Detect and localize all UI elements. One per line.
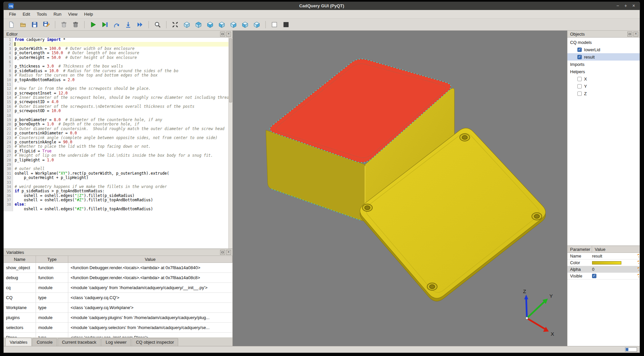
code-line[interactable]: 12# How far in from the edges the screwp… [4,87,228,91]
save-button[interactable] [30,20,40,29]
column-header[interactable]: Type [36,256,68,263]
tree-item-z[interactable]: Z [567,90,640,97]
variable-row-cq[interactable]: cqmodule<module 'cadquery' from '/home/a… [4,283,232,293]
continue-button[interactable] [135,20,145,29]
maximize-button[interactable]: + [622,2,630,10]
code-line[interactable]: 32 p_outerHeight + p_lipHeight) [4,176,228,180]
variables-float-button[interactable] [220,250,225,255]
code-line[interactable]: 8p_sideRadius = 10.0 # Radius for the cu… [4,69,228,73]
code-line[interactable]: 6 [4,60,228,64]
view-left-button[interactable] [240,20,250,29]
code-line[interactable]: 34# weird geometry happens if we make th… [4,185,228,189]
code-line[interactable]: 30# outer shell [4,167,228,171]
fit-all-button[interactable] [170,20,180,29]
z-checkbox[interactable] [577,91,582,96]
tree-item-y[interactable]: Y [567,83,640,90]
variable-row-Plane[interactable]: Planetype<class 'cadquery.occ_impl.geom.… [4,333,232,337]
code-line[interactable]: 37 oshell = oshell.edges("#Z").fillet(p_… [4,198,228,202]
tree-item-lowerlid[interactable]: lowerLid [567,46,640,53]
zoom-button[interactable] [153,20,162,29]
code-line[interactable]: 16# Outer Diameter of the screwposts.\nD… [4,104,228,109]
open-button[interactable] [18,20,28,29]
code-line[interactable]: 10p_topAndBottomRadius = 2.0 [4,78,228,82]
step-over-button[interactable] [112,20,122,29]
code-line[interactable]: 22p_countersinkDiameter = 0.0 [4,131,228,135]
code-line[interactable]: 24p_countersinkAngle = 90.0 [4,140,228,144]
view-back-button[interactable] [228,20,238,29]
parameter-row-alpha[interactable]: Alpha0 [567,266,640,273]
tree-item-imports[interactable]: Imports [567,61,640,68]
reset-parameter-icon[interactable] [634,274,640,278]
run-button[interactable] [88,20,98,29]
viewport-3d[interactable]: Z Y X [233,31,567,346]
reset-parameter-icon[interactable] [634,261,640,265]
column-header[interactable]: Name [4,256,36,263]
column-header[interactable]: Value [68,256,232,263]
clear-button[interactable] [59,20,69,29]
visible-checkbox[interactable] [592,274,596,278]
result-checkbox[interactable] [577,55,582,59]
code-line[interactable]: 23# Countersink angle (complete angle be… [4,136,228,140]
lowerlid-checkbox[interactable] [577,48,582,52]
code-line[interactable]: oshell = oshell.edges("#Z").fillet(p_top… [4,207,228,211]
code-line[interactable]: 17p_screwpostOD = 10.0 [4,109,228,113]
tab-console[interactable]: Console [32,338,57,347]
code-line[interactable]: 15p_screwpostID = 4.0 [4,100,228,104]
titlebar[interactable]: cq CadQuery GUI (PyQT) − + × [4,2,640,10]
new-file-button[interactable] [6,20,16,29]
code-line[interactable]: 38else: [4,202,228,207]
editor-scrollbar-handle[interactable] [229,38,232,102]
variable-row-show_object[interactable]: show_objectfunction<function Debugger.re… [4,263,232,273]
code-line[interactable]: 14# Inner Diameter of the screwpost hole… [4,95,228,100]
parameter-row-color[interactable]: Color [567,260,640,266]
variable-row-CQ[interactable]: CQtype<class 'cadquery.cq.CQ'> [4,293,232,303]
code-line[interactable]: 1from cadquery import * [4,38,228,42]
tree-item-result[interactable]: result [567,53,640,61]
code-line[interactable]: 33 [4,180,228,185]
variables-close-button[interactable]: × [226,250,231,255]
reset-parameter-icon[interactable] [634,254,640,258]
delete-button[interactable] [71,20,81,29]
tab-variables[interactable]: Variables [5,338,32,347]
editor-scrollbar[interactable] [228,38,232,249]
code-line[interactable]: 7p_thickness = 3.0 # Thickness of the bo… [4,64,228,69]
code-line[interactable]: 13p_screwpostInset = 12.0 [4,91,228,95]
close-button[interactable]: × [630,2,638,10]
menu-view[interactable]: View [65,10,81,18]
variable-row-Workplane[interactable]: Workplanetype<class 'cadquery.cq.Workpla… [4,303,232,313]
x-checkbox[interactable] [577,77,582,81]
code-line[interactable]: 35if p_sideRadius > p_topAndBottomRadius… [4,189,228,193]
menu-run[interactable]: Run [50,10,65,18]
code-line[interactable]: 21# Outer diameter of countersink. Shoul… [4,127,228,131]
view-iso-button[interactable] [182,20,192,29]
view-front-button[interactable] [217,20,227,29]
tab-cq-object-inspector[interactable]: CQ object inspector [132,338,178,347]
view-top-button[interactable] [193,20,203,29]
menu-help[interactable]: Help [81,10,97,18]
view-right-button[interactable] [252,20,262,29]
code-line[interactable]: 25# Whether to place the lid with the to… [4,144,228,149]
code-line[interactable]: 28p_lipHeight = 1.0 [4,158,228,162]
menu-file[interactable]: File [6,10,19,18]
tab-current-traceback[interactable]: Current traceback [58,338,101,347]
objects-float-button[interactable] [627,32,632,37]
code-line[interactable]: 9# Radius for the curves on the top and … [4,73,228,78]
code-line[interactable]: 2 [4,42,228,46]
tab-log-viewer[interactable]: Log viewer [101,338,131,347]
code-line[interactable]: 18 [4,113,228,118]
menu-edit[interactable]: Edit [19,10,33,18]
tree-item-cq-models[interactable]: CQ models [567,39,640,46]
code-line[interactable]: 27# Height of lip on the underside of th… [4,153,228,158]
parameter-row-name[interactable]: Nameresult [567,253,640,260]
minimize-button[interactable]: − [614,2,622,10]
code-line[interactable]: 31oshell = Workplane("XY").rect(p_outerW… [4,171,228,176]
code-line[interactable]: 11 [4,82,228,87]
code-line[interactable]: 36 oshell = oshell.edges("|Z").fillet(p_… [4,194,228,198]
code-area[interactable]: 1from cadquery import *23p_outerWidth = … [4,38,228,249]
variable-row-debug[interactable]: debugfunction<function Debugger.render.<… [4,273,232,283]
shaded-button[interactable] [281,20,291,29]
code-line[interactable]: 19p_boreDiameter = 8.0 # Diameter of the… [4,118,228,122]
step-into-button[interactable] [123,20,133,29]
reset-parameter-icon[interactable] [634,267,640,271]
menu-tools[interactable]: Tools [33,10,50,18]
